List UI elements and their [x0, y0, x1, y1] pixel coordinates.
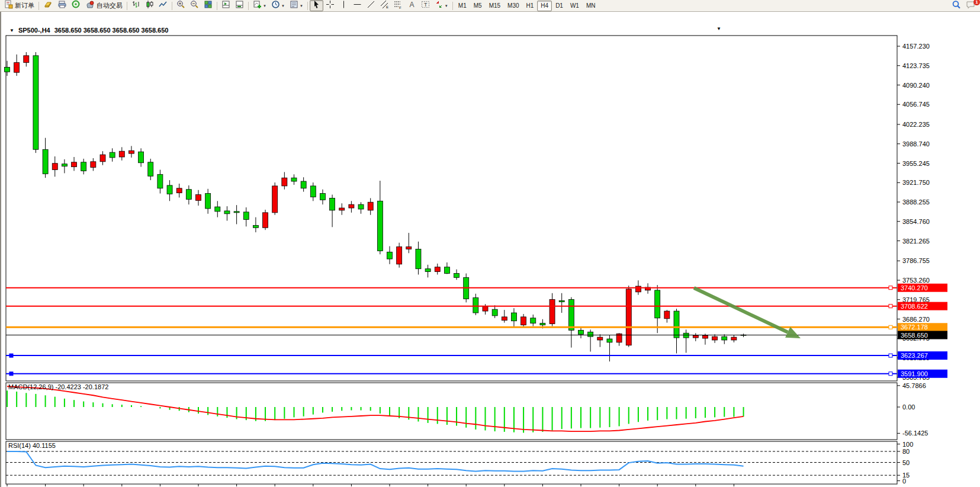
- candle-body: [683, 333, 689, 338]
- candle-body: [263, 213, 268, 228]
- new-order-button[interactable]: 新订单: [2, 0, 37, 11]
- toolbar-separator: [452, 2, 453, 10]
- line-chart-button[interactable]: [156, 0, 170, 11]
- rsi-axis-label: 0: [902, 478, 906, 485]
- collapse-marker-icon[interactable]: ▼: [9, 28, 14, 33]
- main-toolbar: 新订单自动交易▼▼▼EFAT▼M1M5M15M30H1H4D1W1MN1: [0, 0, 980, 12]
- dropdown-caret-icon[interactable]: ▼: [263, 4, 266, 8]
- hline-button[interactable]: [351, 0, 364, 11]
- hline-handle[interactable]: [889, 354, 892, 357]
- market-watch-icon[interactable]: [41, 0, 55, 11]
- indicator-window-button[interactable]: [219, 0, 233, 11]
- toolbar-separator: [248, 2, 249, 10]
- candle-body: [731, 337, 737, 340]
- hline-handle[interactable]: [889, 372, 892, 376]
- hline-handle[interactable]: [9, 372, 13, 376]
- cursor-button[interactable]: [310, 0, 323, 11]
- candle-body: [301, 181, 306, 188]
- label-button[interactable]: T: [419, 0, 432, 11]
- hline-handle[interactable]: [9, 354, 13, 357]
- vline-button[interactable]: [337, 0, 351, 11]
- bar-chart-button[interactable]: [129, 0, 143, 11]
- periods-button[interactable]: ▼: [269, 0, 287, 11]
- indicator-window2-button[interactable]: [233, 0, 246, 11]
- timeframe-m30-button[interactable]: M30: [504, 1, 522, 11]
- crosshair-icon: [326, 0, 335, 11]
- hline-handle[interactable]: [889, 286, 892, 290]
- tile-windows-button[interactable]: [201, 0, 215, 11]
- autotrade-icon: [85, 0, 95, 11]
- timeframe-m1-button[interactable]: M1: [455, 1, 470, 11]
- price-axis-label: 3753.260: [902, 277, 930, 284]
- signals-icon[interactable]: [69, 0, 83, 11]
- candle-body: [664, 311, 670, 319]
- hline-handle[interactable]: [889, 325, 892, 329]
- candle-body: [158, 174, 163, 188]
- timeframe-h1-button[interactable]: H1: [523, 1, 538, 11]
- timeframe-d1-button[interactable]: D1: [552, 1, 567, 11]
- scroll-end-marker-icon[interactable]: ▼: [716, 26, 721, 31]
- timeframe-w1-button[interactable]: W1: [567, 1, 583, 11]
- candle-chart-button[interactable]: [143, 0, 156, 11]
- search-icon: [952, 0, 961, 12]
- macd-label: MACD(12,26,9) -20.4223 -20.1872: [8, 383, 108, 390]
- candle-body: [62, 164, 67, 166]
- timeframe-m15-button[interactable]: M15: [486, 1, 504, 11]
- dropdown-caret-icon[interactable]: ▼: [300, 4, 303, 8]
- timeframe-h4-button[interactable]: H4: [537, 1, 552, 11]
- arrows-button[interactable]: ▼: [432, 0, 451, 11]
- gold-icon: [43, 0, 53, 11]
- template-icon: [290, 0, 298, 11]
- candle-body: [559, 300, 564, 302]
- crosshair-button[interactable]: [323, 0, 337, 11]
- candle-body: [52, 164, 57, 170]
- text-button[interactable]: A: [405, 0, 419, 11]
- candle-body: [416, 249, 421, 268]
- svg-text:F: F: [399, 6, 401, 9]
- toolbar-separator: [127, 2, 127, 10]
- candle-body: [349, 204, 354, 208]
- candle-body: [91, 162, 96, 168]
- candle-body: [597, 337, 603, 340]
- autotrade-button-label: 自动交易: [97, 1, 123, 10]
- timeframe-mn-button[interactable]: MN: [583, 1, 599, 11]
- templates-button[interactable]: ▼: [287, 0, 306, 11]
- dropdown-caret-icon[interactable]: ▼: [445, 4, 448, 8]
- data-window-icon[interactable]: [55, 0, 69, 11]
- chart-window: ▼ SP500-,H4 3658.650 3658.650 3658.650 3…: [0, 12, 980, 487]
- zoom-out-button[interactable]: [188, 0, 201, 11]
- candle-body: [483, 306, 488, 311]
- search-button[interactable]: [949, 0, 963, 11]
- textA-icon: A: [407, 0, 416, 11]
- price-axis-label: 3786.755: [902, 257, 930, 264]
- fibonacci-button[interactable]: F: [391, 0, 405, 11]
- candle-body: [674, 311, 679, 338]
- timeframe-m5-button[interactable]: M5: [470, 1, 486, 11]
- svg-text:E: E: [386, 5, 388, 9]
- indwin-icon: [221, 0, 230, 11]
- candle-body: [568, 300, 574, 331]
- dropdown-caret-icon[interactable]: ▼: [281, 4, 285, 8]
- chat-button[interactable]: 1: [963, 0, 978, 11]
- candle-body: [722, 337, 727, 340]
- candle-body: [243, 212, 249, 220]
- price-axis-label: 3821.265: [902, 238, 930, 245]
- candle-body: [358, 204, 364, 209]
- candle-body: [272, 186, 278, 213]
- candle-body: [14, 63, 20, 73]
- tiles-icon: [204, 0, 213, 11]
- candle-body: [693, 335, 698, 338]
- autotrade-button[interactable]: 自动交易: [83, 0, 125, 11]
- zoom-in-button[interactable]: [174, 0, 188, 11]
- trendline-button[interactable]: [364, 0, 378, 11]
- zoomin-icon: [176, 0, 185, 11]
- candle-body: [397, 247, 402, 264]
- hline-price-text: 3672.178: [901, 323, 928, 331]
- add-chart-button[interactable]: ▼: [250, 0, 269, 11]
- hline-handle[interactable]: [889, 305, 892, 308]
- candle-body: [444, 267, 449, 274]
- candle-body: [186, 190, 191, 200]
- candle-body: [521, 317, 526, 325]
- channel-button[interactable]: E: [378, 0, 391, 11]
- candle-body: [540, 323, 545, 325]
